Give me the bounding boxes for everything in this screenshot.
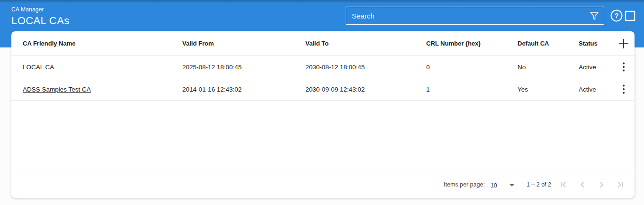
table-empty-space: [11, 101, 635, 171]
column-header-valid-from: Valid From: [182, 40, 305, 47]
app-title: CA Manager: [11, 6, 70, 13]
kebab-menu-icon: [622, 84, 625, 94]
default-ca-value: No: [518, 64, 579, 71]
window-icon: [625, 10, 635, 21]
help-button[interactable]: ?: [610, 9, 623, 22]
ca-name-link[interactable]: ADSS Samples Test CA: [23, 86, 91, 93]
row-menu-button[interactable]: [616, 81, 632, 97]
chevron-left-icon: [579, 181, 586, 188]
page-title: LOCAL CAs: [11, 15, 70, 27]
page-size-select[interactable]: 10: [490, 181, 515, 192]
page-size-value: 10: [491, 182, 497, 189]
valid-to-value: 2030-09-09 12:43:02: [305, 86, 426, 93]
last-page-button[interactable]: [611, 175, 630, 194]
filter-button[interactable]: [585, 7, 604, 24]
search-input[interactable]: [346, 7, 585, 24]
previous-page-button[interactable]: [573, 175, 592, 194]
crl-number-value: 1: [426, 86, 518, 93]
column-header-crl-number: CRL Number {hex}: [426, 40, 518, 47]
first-page-button[interactable]: [554, 175, 573, 194]
crl-number-value: 0: [426, 64, 518, 71]
page-range-label: 1 – 2 of 2: [527, 181, 551, 188]
status-value: Active: [579, 64, 613, 71]
header-titles: CA Manager LOCAL CAs: [11, 6, 70, 27]
kebab-menu-icon: [622, 62, 625, 72]
default-ca-value: Yes: [518, 86, 579, 93]
filter-icon: [590, 11, 599, 20]
add-ca-button[interactable]: [616, 36, 632, 52]
status-value: Active: [579, 86, 613, 93]
chevron-right-icon: [598, 181, 605, 188]
first-page-icon: [560, 181, 567, 188]
valid-to-value: 2030-08-12 18:00:45: [305, 64, 426, 71]
next-page-button[interactable]: [592, 175, 611, 194]
window-button[interactable]: [625, 10, 635, 21]
ca-name-link[interactable]: LOCAL CA: [23, 64, 54, 71]
paginator: Items per page: 10 1 – 2 of 2: [11, 171, 635, 198]
help-icon: ?: [610, 9, 623, 22]
column-header-valid-to: Valid To: [305, 40, 426, 47]
column-header-ca-friendly-name: CA Friendly Name: [23, 40, 182, 47]
valid-from-value: 2014-01-16 12:43:02: [182, 86, 305, 93]
search-box: [346, 7, 604, 25]
table-row: ADSS Samples Test CA 2014-01-16 12:43:02…: [11, 78, 635, 101]
table-row: LOCAL CA 2025-08-12 18:00:45 2030-08-12 …: [11, 56, 635, 78]
column-header-status: Status: [579, 40, 613, 47]
valid-from-value: 2025-08-12 18:00:45: [182, 64, 305, 71]
last-page-icon: [617, 181, 624, 188]
items-per-page-label: Items per page:: [444, 181, 485, 188]
svg-text:?: ?: [615, 12, 619, 19]
ca-table-card: CA Friendly Name Valid From Valid To CRL…: [11, 31, 635, 198]
row-menu-button[interactable]: [616, 59, 632, 75]
caret-down-icon: [510, 184, 514, 186]
column-header-default-ca: Default CA: [518, 40, 579, 47]
table-header-row: CA Friendly Name Valid From Valid To CRL…: [11, 31, 635, 56]
plus-icon: [618, 38, 629, 49]
